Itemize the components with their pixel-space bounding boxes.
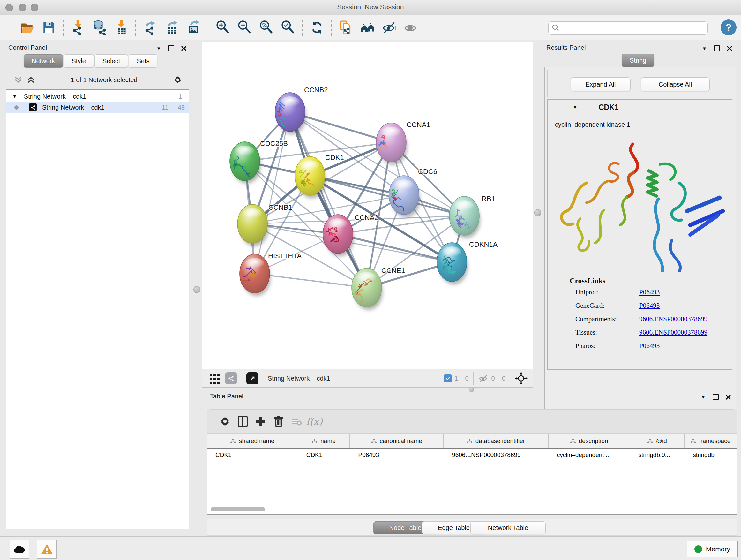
delete-column-trash-icon[interactable]: [270, 415, 287, 428]
float-table-panel-icon[interactable]: [713, 394, 719, 400]
column-header-database-identifier[interactable]: database identifier: [444, 434, 549, 448]
open-in-browser-icon[interactable]: [246, 372, 259, 384]
table-cell[interactable]: CDK1: [207, 449, 298, 461]
column-network-icon: [570, 439, 576, 443]
network-row[interactable]: String Network – cdk1 11 48: [6, 102, 189, 113]
table-cell[interactable]: CDK1: [298, 449, 350, 461]
graph-node-ccnb1: [238, 204, 267, 243]
node-table[interactable]: shared namenamecanonical namedatabase id…: [207, 434, 737, 515]
collapse-panel-icon[interactable]: ▼: [156, 46, 161, 51]
results-actions-box: Expand All Collapse All: [547, 70, 732, 98]
refresh-icon[interactable]: [308, 19, 326, 36]
table-cell[interactable]: 9606.ENSP00000378699: [444, 449, 549, 461]
open-session-icon[interactable]: [18, 19, 36, 36]
network-view-canvas[interactable]: CCNB2CCNA1CDC25BCDK1CDC6RB1CCNB1CCNA2CDK…: [202, 42, 533, 370]
tab-network[interactable]: Network: [23, 54, 63, 68]
crosslink-link[interactable]: P06493: [639, 302, 660, 310]
column-header-name[interactable]: name: [298, 434, 350, 448]
float-results-panel-icon[interactable]: [714, 45, 720, 51]
collapse-all-networks-icon[interactable]: [27, 76, 35, 84]
collapse-table-panel-icon[interactable]: ▼: [701, 394, 705, 400]
crosslink-label: Pharos:: [576, 342, 639, 350]
show-all-homes-icon[interactable]: [359, 19, 376, 36]
crosslink-link[interactable]: 9606.ENSP00000378699: [639, 328, 708, 336]
birdseye-grid-icon[interactable]: [209, 373, 220, 384]
toolbar-separator: [135, 17, 136, 37]
network-selection-status: 1 of 1 Network selected: [35, 76, 173, 84]
graph-node-rb1: [449, 196, 479, 235]
memory-button[interactable]: Memory: [687, 541, 738, 557]
table-cell[interactable]: stringdb:9...: [630, 449, 684, 461]
collapse-results-panel-icon[interactable]: ▼: [702, 46, 707, 51]
column-header-label: shared name: [239, 437, 274, 444]
column-header--id[interactable]: @id: [630, 434, 684, 448]
crosslink-link[interactable]: 9606.ENSP00000378699: [639, 315, 708, 323]
expand-all-networks-icon[interactable]: [14, 76, 22, 84]
table-horizontal-scrollbar[interactable]: [211, 507, 265, 511]
zoom-fit-icon[interactable]: [258, 19, 275, 36]
search-bar[interactable]: [548, 21, 708, 35]
string-style-icon[interactable]: [225, 372, 237, 384]
import-network-database-icon[interactable]: [91, 19, 108, 36]
table-cell[interactable]: stringdb: [684, 449, 737, 461]
function-builder-icon: f(x): [306, 415, 323, 428]
save-session-icon[interactable]: [40, 19, 57, 36]
graph-node-hist1h1a: [237, 254, 270, 293]
tab-style[interactable]: Style: [64, 54, 93, 68]
zoom-selected-icon[interactable]: [279, 19, 296, 36]
close-table-panel-icon[interactable]: [726, 395, 731, 400]
column-header-namespace[interactable]: namespace: [684, 434, 737, 448]
tab-string[interactable]: String: [622, 54, 654, 67]
export-image-icon[interactable]: [185, 19, 202, 36]
graph-node-cdkn1a: [437, 243, 467, 282]
export-network-icon[interactable]: [142, 19, 159, 36]
tab-sets[interactable]: Sets: [129, 54, 157, 68]
import-network-file-icon[interactable]: [69, 19, 86, 36]
cloud-button[interactable]: [10, 540, 29, 559]
column-header-description[interactable]: description: [549, 434, 630, 448]
table-cell[interactable]: P06493: [350, 449, 444, 461]
tab-select[interactable]: Select: [94, 54, 128, 68]
hide-selected-eye-slash-icon[interactable]: [381, 19, 398, 36]
expand-all-button[interactable]: Expand All: [570, 77, 630, 91]
float-panel-icon[interactable]: [168, 45, 174, 51]
show-hidden-eye-icon[interactable]: [402, 19, 420, 36]
collapse-all-button[interactable]: Collapse All: [641, 77, 710, 91]
network-graph[interactable]: CCNB2CCNA1CDC25BCDK1CDC6RB1CCNB1CCNA2CDK…: [202, 42, 533, 370]
fit-content-crosshair-icon[interactable]: [515, 372, 528, 385]
collection-expand-icon[interactable]: ▼: [12, 94, 17, 99]
column-network-icon: [230, 439, 236, 443]
crosslink-link[interactable]: P06493: [639, 288, 660, 296]
string-network-icon: [29, 103, 37, 111]
create-column-plus-icon[interactable]: [252, 415, 270, 428]
protein-section-header[interactable]: ▼ CDK1: [548, 100, 732, 115]
right-splitter-handle[interactable]: [534, 209, 541, 216]
import-table-file-icon[interactable]: [113, 19, 130, 36]
close-panel-icon[interactable]: [181, 46, 186, 51]
network-collection-row[interactable]: ▼ String Network – cdk1 1: [6, 91, 189, 102]
warnings-button[interactable]: [37, 540, 57, 559]
copy-network-style-icon[interactable]: [337, 19, 354, 36]
collection-count: 1: [179, 93, 182, 100]
zoom-in-icon[interactable]: [214, 19, 231, 36]
graph-node-ccna1: [373, 123, 406, 162]
export-table-icon[interactable]: [163, 19, 181, 36]
network-options-gear-icon[interactable]: [173, 75, 183, 84]
show-column-icon[interactable]: [234, 415, 252, 428]
crosslink-link[interactable]: P06493: [639, 342, 660, 350]
column-header-shared-name[interactable]: shared name: [207, 434, 298, 448]
close-results-panel-icon[interactable]: [727, 46, 732, 51]
zoom-out-icon[interactable]: [236, 19, 253, 36]
protein-collapse-icon[interactable]: ▼: [572, 105, 578, 110]
table-options-gear-icon[interactable]: [216, 415, 234, 428]
table-cell[interactable]: cyclin–dependent ...: [549, 449, 630, 461]
table-row[interactable]: CDK1CDK1P064939606.ENSP00000378699cyclin…: [207, 449, 737, 461]
tab-network-table[interactable]: Network Table: [470, 521, 546, 534]
graph-node-cdk1: [295, 157, 325, 195]
search-input[interactable]: [562, 24, 708, 32]
column-header-canonical-name[interactable]: canonical name: [350, 434, 444, 448]
node-label-hist1h1a: HIST1H1A: [268, 252, 301, 260]
help-icon[interactable]: ?: [721, 19, 737, 36]
left-splitter-handle[interactable]: [193, 286, 200, 293]
selected-checkbox-icon[interactable]: [444, 374, 452, 382]
